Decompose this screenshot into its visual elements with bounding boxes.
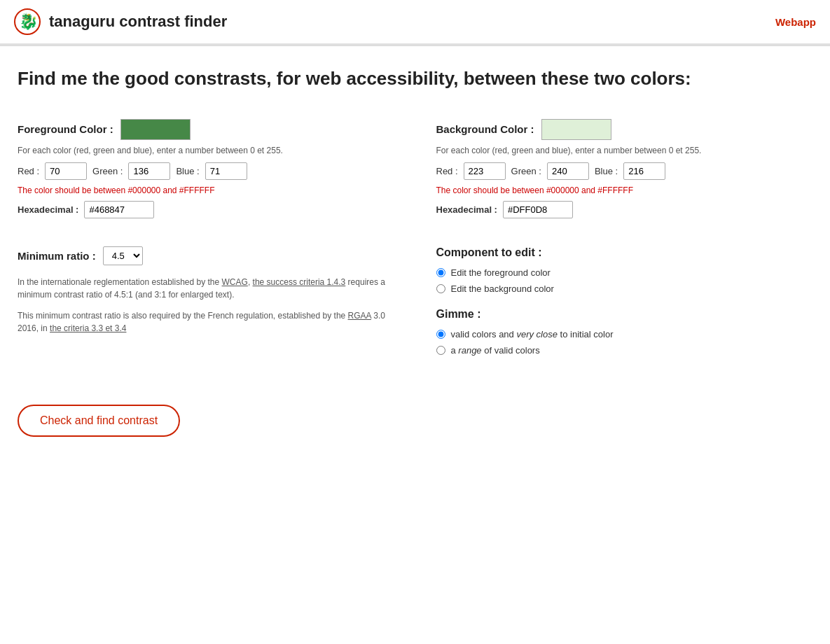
foreground-rgb-row: Red : Green : Blue : [18, 162, 394, 180]
foreground-range-prefix: The color should be between [18, 186, 127, 195]
background-swatch [541, 119, 611, 140]
background-red-input[interactable] [464, 162, 506, 180]
gimme-close-label: valid colors and very close to initial c… [451, 329, 614, 340]
rgaa-link[interactable]: RGAA [348, 311, 371, 321]
foreground-green-label: Green : [92, 166, 123, 176]
component-background-label: Edit the background color [451, 284, 554, 294]
foreground-swatch [120, 119, 191, 140]
ratio-row: Minimum ratio : 3 4.5 7 [18, 246, 394, 265]
component-foreground-label: Edit the foreground color [451, 267, 551, 278]
foreground-blue-input[interactable] [205, 162, 247, 180]
foreground-label-row: Foreground Color : [18, 119, 394, 140]
foreground-hex-input[interactable] [84, 201, 154, 218]
foreground-range-and: and [160, 186, 179, 195]
criteria-link[interactable]: the success criteria 1.4.3 [253, 277, 346, 287]
component-background-option[interactable]: Edit the background color [436, 284, 813, 294]
options-left: Minimum ratio : 3 4.5 7 In the internati… [18, 246, 394, 370]
background-green-input[interactable] [547, 162, 589, 180]
foreground-hex-label: Hexadecimal : [18, 204, 78, 215]
foreground-hint: For each color (red, green and blue), en… [18, 146, 394, 155]
foreground-label: Foreground Color : [18, 123, 113, 135]
header-left: 🐉 tanaguru contrast finder [14, 8, 227, 35]
background-hex-label: Hexadecimal : [436, 204, 497, 215]
component-background-radio[interactable] [436, 284, 445, 293]
svg-text:🐉: 🐉 [19, 12, 39, 31]
ratio-info2: This minimum contrast ratio is also requ… [18, 309, 394, 335]
options-right: Component to edit : Edit the foreground … [436, 246, 813, 370]
logo-icon: 🐉 [14, 8, 41, 35]
foreground-red-input[interactable] [45, 162, 87, 180]
ratio-info1: In the internationale reglementation est… [18, 276, 394, 301]
background-hint: For each color (red, green and blue), en… [436, 146, 813, 155]
page-heading: Find me the good constrasts, for web acc… [18, 67, 812, 91]
gimme-close-radio[interactable] [436, 330, 445, 339]
check-button[interactable]: Check and find contrast [18, 405, 180, 437]
foreground-panel: Foreground Color : For each color (red, … [18, 119, 394, 218]
component-foreground-radio[interactable] [436, 268, 445, 277]
ratio-label: Minimum ratio : [18, 250, 96, 262]
foreground-range-hint: The color should be between #000000 and … [18, 186, 394, 195]
background-red-label: Red : [436, 166, 458, 176]
background-hex-input[interactable] [503, 201, 573, 218]
background-rgb-row: Red : Green : Blue : [436, 162, 813, 180]
background-range-prefix: The color should be between [436, 186, 546, 195]
ratio-select[interactable]: 3 4.5 7 [103, 246, 143, 265]
foreground-hex-row: Hexadecimal : [18, 201, 394, 218]
wcag-link[interactable]: WCAG [222, 277, 248, 287]
foreground-white-link[interactable]: #FFFFFF [179, 186, 215, 195]
header: 🐉 tanaguru contrast finder Webapp [0, 0, 830, 45]
gimme-radio-group: valid colors and very close to initial c… [436, 329, 813, 356]
foreground-blue-label: Blue : [176, 166, 199, 176]
component-radio-group: Edit the foreground color Edit the backg… [436, 267, 813, 294]
background-white-link[interactable]: #FFFFFF [597, 186, 633, 195]
background-green-label: Green : [511, 166, 541, 176]
foreground-black-link[interactable]: #000000 [127, 186, 160, 195]
options-row: Minimum ratio : 3 4.5 7 In the internati… [18, 246, 812, 370]
component-foreground-option[interactable]: Edit the foreground color [436, 267, 813, 278]
webapp-link[interactable]: Webapp [775, 16, 816, 28]
background-range-and: and [579, 186, 598, 195]
background-range-hint: The color should be between #000000 and … [436, 186, 813, 195]
foreground-green-input[interactable] [128, 162, 170, 180]
header-title: tanaguru contrast finder [49, 13, 227, 31]
gimme-close-option[interactable]: valid colors and very close to initial c… [436, 329, 813, 340]
criteria-3-link[interactable]: the criteria 3.3 et 3.4 [50, 323, 126, 333]
gimme-range-option[interactable]: a range of valid colors [436, 345, 813, 356]
foreground-red-label: Red : [18, 166, 39, 176]
gimme-heading: Gimme : [436, 308, 813, 321]
background-label-row: Background Color : [436, 119, 813, 140]
background-hex-row: Hexadecimal : [436, 201, 813, 218]
background-blue-input[interactable] [623, 162, 665, 180]
gimme-range-radio[interactable] [436, 346, 445, 355]
background-blue-label: Blue : [595, 166, 618, 176]
background-panel: Background Color : For each color (red, … [436, 119, 813, 218]
colors-row: Foreground Color : For each color (red, … [18, 119, 812, 218]
gimme-range-label: a range of valid colors [451, 345, 540, 356]
background-label: Background Color : [436, 123, 534, 135]
component-heading: Component to edit : [436, 246, 813, 259]
background-black-link[interactable]: #000000 [546, 186, 579, 195]
main-content: Find me the good constrasts, for web acc… [0, 46, 830, 458]
